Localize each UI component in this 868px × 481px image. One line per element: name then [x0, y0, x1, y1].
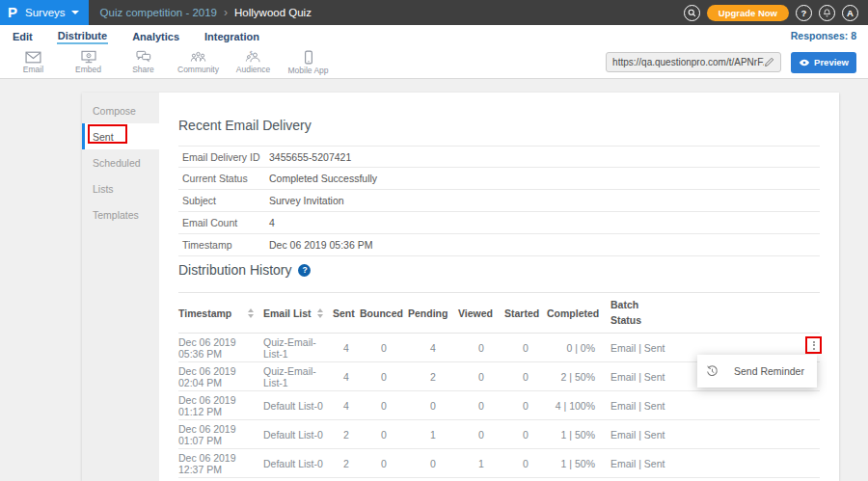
cell-bounced: 0: [360, 420, 408, 449]
cell-started: 0: [504, 391, 547, 420]
cell-bounced: 0: [360, 449, 408, 478]
detail-label: Subject: [178, 195, 269, 206]
recent-email-delivery-title: Recent Email Delivery: [178, 118, 312, 133]
cell-completed: 2 | 50%: [547, 362, 595, 391]
cell-viewed: 0: [458, 420, 504, 449]
cell-completed: 1 | 50%: [547, 449, 595, 478]
cell-started: 0: [504, 362, 547, 391]
distribution-history-help-icon[interactable]: ?: [298, 264, 311, 277]
surveys-product-menu[interactable]: P Surveys: [0, 0, 89, 25]
recent-email-delivery-table: Email Delivery ID 3455655-5207421 Curren…: [178, 146, 820, 256]
sidebar-item-templates[interactable]: Templates: [82, 201, 159, 227]
toolbar-item-community[interactable]: Community: [171, 50, 226, 74]
detail-row: Current Status Completed Successfully: [178, 168, 820, 190]
toolbar-item-label: Email: [23, 65, 43, 74]
cell-email-list: Quiz-Email-List-1: [263, 362, 333, 391]
cell-started: 0: [504, 449, 547, 478]
detail-label: Timestamp: [178, 239, 269, 251]
cell-pending: 2: [408, 362, 458, 391]
detail-row: Timestamp Dec 06 2019 05:36 PM: [178, 234, 820, 256]
tab-edit[interactable]: Edit: [12, 29, 34, 43]
tab-distribute[interactable]: Distribute: [57, 28, 108, 44]
col-completed: Completed: [547, 293, 595, 334]
tab-integration[interactable]: Integration: [203, 29, 260, 43]
cell-completed: 1 | 50%: [547, 420, 595, 449]
questionpro-logo: P: [8, 0, 17, 25]
distribute-toolbar: Email Embed Share Community $ Audience M…: [0, 46, 868, 79]
cell-started: 0: [504, 420, 547, 449]
breadcrumb-survey-name: Hollywood Quiz: [234, 7, 312, 18]
detail-value: Completed Successfully: [269, 173, 377, 184]
survey-url-text: https://qa.questionpro.com/t/APNrFZf2S: [612, 57, 764, 67]
detail-row: Email Count 4: [178, 212, 820, 234]
share-icon: [136, 50, 151, 64]
col-batch-status: Batch Status: [610, 298, 651, 329]
envelope-icon: [25, 51, 41, 64]
cell-viewed: 0: [458, 391, 504, 420]
cell-sent: 4: [333, 334, 360, 362]
bell-icon: [823, 9, 831, 17]
breadcrumb-folder[interactable]: Quiz competition - 2019: [100, 7, 217, 18]
cell-batch-status: Email | Sent: [595, 420, 701, 449]
sidebar-item-scheduled[interactable]: Scheduled: [82, 149, 159, 175]
notifications-button[interactable]: [819, 5, 835, 21]
cell-email-list: Default List-0: [263, 391, 333, 420]
help-button[interactable]: ?: [796, 5, 812, 21]
row-actions-context-menu: Send Reminder: [697, 355, 817, 387]
cell-sent: 4: [333, 362, 360, 391]
cell-viewed: 1: [458, 449, 504, 478]
detail-value: Dec 06 2019 05:36 PM: [269, 239, 372, 251]
tab-analytics[interactable]: Analytics: [131, 29, 180, 43]
detail-value: 4: [269, 217, 275, 228]
preview-button[interactable]: Preview: [791, 52, 856, 73]
svg-text:$: $: [250, 50, 254, 56]
search-button[interactable]: [684, 5, 700, 21]
send-reminder-menu-item[interactable]: Send Reminder: [734, 365, 804, 377]
sidebar-item-lists[interactable]: Lists: [82, 175, 159, 201]
edit-pencil-icon[interactable]: [764, 57, 774, 67]
detail-row: Subject Survey Invitation: [178, 190, 820, 212]
detail-label: Email Delivery ID: [178, 151, 269, 163]
breadcrumb: Quiz competition - 2019 › Hollywood Quiz: [100, 6, 312, 19]
account-avatar[interactable]: A: [842, 5, 858, 21]
row-actions-menu-button[interactable]: [813, 341, 815, 350]
sort-timestamp-icon[interactable]: [248, 308, 254, 318]
cell-completed: 4 | 100%: [547, 391, 595, 420]
cell-sent: 2: [333, 420, 360, 449]
cell-bounced: 0: [360, 391, 408, 420]
toolbar-item-email[interactable]: Email: [6, 51, 61, 74]
toolbar-item-mobile-app[interactable]: Mobile App: [281, 50, 336, 75]
annotation-row-menu-highlight: [805, 336, 822, 354]
responses-count[interactable]: Responses: 8: [791, 30, 856, 41]
cell-batch-status: Email | Sent: [595, 449, 701, 478]
toolbar-item-label: Share: [132, 65, 154, 74]
cell-completed: 0 | 0%: [547, 334, 595, 362]
history-row: Dec 06 2019 12:37 PM Default List-0 2 0 …: [178, 449, 820, 478]
toolbar-item-label: Embed: [75, 65, 101, 74]
cell-sent: 4: [333, 391, 360, 420]
sidebar-item-sent[interactable]: Sent: [82, 123, 159, 149]
toolbar-item-audience[interactable]: $ Audience: [226, 50, 281, 74]
col-viewed: Viewed: [458, 293, 504, 334]
product-menu-label: Surveys: [25, 7, 66, 18]
toolbar-item-embed[interactable]: Embed: [61, 50, 116, 74]
chevron-down-icon: [71, 11, 79, 14]
cell-email-list: Default List-0: [263, 449, 333, 478]
cell-pending: 0: [408, 449, 458, 478]
eye-icon: [799, 59, 810, 67]
survey-url-field[interactable]: https://qa.questionpro.com/t/APNrFZf2S: [606, 52, 781, 72]
sidebar-item-compose[interactable]: Compose: [82, 97, 159, 123]
cell-timestamp: Dec 06 2019 12:37 PM: [178, 449, 263, 478]
preview-button-label: Preview: [814, 57, 849, 67]
sort-email-list-icon[interactable]: [317, 308, 323, 318]
upgrade-now-button[interactable]: Upgrade Now: [707, 5, 789, 21]
cell-viewed: 0: [458, 334, 504, 362]
history-row: Dec 06 2019 01:12 PM Default List-0 4 0 …: [178, 391, 820, 420]
toolbar-item-share[interactable]: Share: [116, 50, 171, 74]
detail-value: 3455655-5207421: [269, 151, 351, 163]
embed-icon: [81, 50, 96, 64]
cell-bounced: 0: [360, 334, 408, 362]
cell-pending: 0: [408, 391, 458, 420]
community-icon: [190, 50, 206, 64]
cell-timestamp: Dec 06 2019 05:36 PM: [178, 334, 263, 362]
